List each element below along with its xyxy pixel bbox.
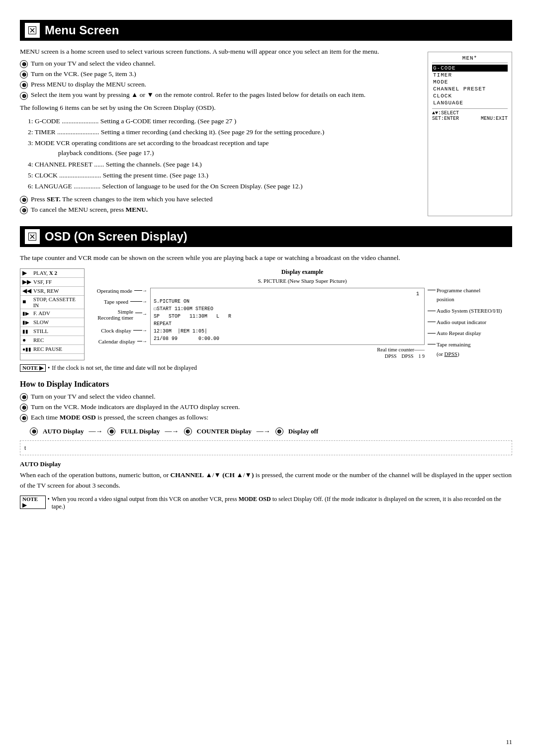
- menu-box-title: MEN*: [432, 55, 508, 63]
- ann-operating: Operatinq mode →: [92, 286, 147, 296]
- menu-content: MENU screen is a home screen used to sel…: [20, 47, 512, 216]
- dashed-box: t: [20, 440, 512, 455]
- menu-section: Menu Screen MENU screen is a home screen…: [20, 20, 512, 216]
- ind-vsr: ◀◀ VSR, REW: [20, 287, 84, 296]
- ann-tape-remaining: Tape remaining(or DPSS): [428, 340, 512, 358]
- screen-line-1: 1: [154, 290, 421, 298]
- rec-icon: ●: [22, 336, 33, 344]
- note-2-label: NOTE ▶: [20, 496, 46, 509]
- exit-label: MENU:EXIT: [481, 116, 508, 121]
- how-step-2: ❷ Turn on the VCR. Mode indicators are d…: [20, 403, 512, 412]
- menu-step-5: ❺ Press SET. The screen changes to the i…: [20, 195, 418, 204]
- right-annotations: Programme channelposition Audio System (…: [428, 286, 512, 361]
- display-flow: ❶ AUTO Display —→ ❷ FULL Display —→ ❸ CO…: [30, 427, 512, 435]
- menu-box-clock: CLOCK: [432, 92, 508, 99]
- step-text-6: To cancel the MENU screen, press MENU.: [31, 206, 148, 214]
- menu-step-4: ❹ Select the item you want by pressing ▲…: [20, 91, 418, 100]
- menu-box-mode: MODE: [432, 79, 508, 85]
- ann-audio-system: Audio System (STEREO/I/II): [428, 306, 512, 316]
- note-2-row: NOTE ▶ • When you record a video signal …: [20, 496, 512, 511]
- ann-tape-speed: Tape speed →: [92, 297, 147, 307]
- note-2-text: When you record a video signal output fr…: [52, 496, 512, 510]
- dpss-row: DPSS DPSS 1 9: [150, 353, 425, 359]
- real-time-counter-label: Real time counter——: [150, 347, 425, 352]
- how-step-3: ❸ Each time MODE OSD is pressed, the scr…: [20, 414, 512, 422]
- left-annotations: Operatinq mode → Tape speed → Simple Rec…: [92, 286, 147, 346]
- osd-note: The following 6 items can be set by usin…: [20, 103, 418, 113]
- ind-rec-pause: ●▮▮ REC PAUSE: [20, 345, 84, 354]
- ind-fadv: ▮▶ F. ADV: [20, 309, 84, 318]
- indicators-panel: ▶ PLAY, X 2 ▶▶ VSF, FF ◀◀ VSR, REW ■ STO…: [20, 268, 85, 361]
- flow-num-4: ❹: [275, 427, 283, 435]
- step-num-2: ❷: [20, 71, 28, 79]
- ind-still: ▮▮ STILL: [20, 327, 84, 336]
- page-number: 11: [506, 738, 512, 746]
- menu-box-footer: ▲▼:SELECT: [432, 108, 508, 116]
- item-3: 3: MODE VCR operating conditions are set…: [28, 138, 418, 159]
- slow-label: SLOW: [33, 319, 49, 325]
- menu-section-title: Menu Screen: [45, 23, 119, 37]
- flow-counter: COUNTER Display: [197, 427, 252, 435]
- menu-box-timer: TIMER: [432, 72, 508, 79]
- screen-line-2: S.PICTURE ON: [154, 298, 421, 305]
- osd-section: OSD (On Screen Display) The tape counter…: [20, 226, 512, 511]
- osd-intro: The tape counter and VCR mode can be sho…: [20, 253, 512, 263]
- step-text-3: Press MENU to display the MENU screen.: [31, 81, 146, 88]
- flow-arrow-1: —→: [89, 427, 102, 435]
- how-step-text-3: Each time MODE OSD is pressed, the scree…: [31, 414, 208, 421]
- annotation-diagram: Operatinq mode → Tape speed → Simple Rec…: [92, 286, 512, 361]
- ann-auto-repeat: Auto Repeat display: [428, 329, 512, 338]
- flow-auto: AUTO Display: [43, 427, 84, 435]
- screen-display-box: 1 S.PICTURE ON ☐START 11:00M STEREO SP S…: [150, 288, 425, 345]
- dashed-box-content: t: [24, 444, 26, 452]
- item-4: 4: CHANNEL PRESET ...... Setting the cha…: [28, 160, 418, 169]
- step-num-1: ❶: [20, 60, 28, 68]
- ann-audio-output: Audio output indicator: [428, 318, 512, 327]
- osd-section-title: OSD (On Screen Display): [45, 230, 187, 244]
- how-to-section: How to Display Indicators ❶ Turn on your…: [20, 380, 512, 511]
- how-to-title: How to Display Indicators: [20, 380, 512, 389]
- ind-stop: ■ STOP, CASSETTE IN: [20, 296, 84, 309]
- osd-diagram: ▶ PLAY, X 2 ▶▶ VSF, FF ◀◀ VSR, REW ■ STO…: [20, 268, 512, 361]
- ff-icon: ▶▶: [22, 278, 33, 286]
- ann-calendar: Calendar display →: [92, 336, 147, 346]
- stop-label: STOP, CASSETTE IN: [33, 296, 82, 308]
- osd-note-text: If the clock is not set, the time and da…: [52, 364, 197, 372]
- flow-arrow-3: —→: [257, 427, 270, 435]
- how-step-num-2: ❷: [20, 404, 28, 412]
- menu-box-language: LANGUAGE: [432, 99, 508, 106]
- display-example-title: Display example: [92, 268, 512, 276]
- fadv-label: F. ADV: [33, 310, 50, 316]
- step-num-5: ❺: [20, 196, 28, 204]
- slow-icon: ▮▶: [22, 320, 33, 325]
- still-icon: ▮▮: [22, 329, 33, 334]
- menu-step-6: ❻ To cancel the MENU screen, press MENU.: [20, 206, 418, 214]
- osd-screen: 1 S.PICTURE ON ☐START 11:00M STEREO SP S…: [150, 286, 425, 359]
- step-num-3: ❸: [20, 81, 28, 89]
- pencil-icon: [27, 25, 38, 36]
- menu-screen-preview: MEN* G-CODE TIMER MODE CHANNEL PRESET CL…: [428, 52, 512, 216]
- how-step-num-1: ❶: [20, 393, 28, 401]
- flow-off: Display off: [288, 427, 318, 435]
- menu-icon-box: [25, 23, 40, 38]
- ind-play: ▶ PLAY, X 2: [20, 269, 84, 278]
- step-num-4: ❹: [20, 92, 28, 100]
- menu-text-block: MENU screen is a home screen used to sel…: [20, 47, 418, 216]
- menu-box-channel: CHANNEL PRESET: [432, 85, 508, 92]
- fadv-icon: ▮▶: [22, 311, 33, 316]
- menu-step-3: ❸ Press MENU to display the MENU screen.: [20, 81, 418, 89]
- screen-line-6: 21/08 99 0:00.00: [154, 335, 421, 342]
- vsf-label: VSF, FF: [33, 279, 52, 285]
- note-label: NOTE ▶: [20, 364, 46, 372]
- osd-section-header: OSD (On Screen Display): [20, 226, 512, 247]
- ann-simple: Simple Recording timer →: [92, 308, 147, 325]
- ann-clock: Clock display →: [92, 326, 147, 336]
- select-label: ▲▼:SELECT: [432, 110, 459, 116]
- play-icon: ▶: [22, 269, 33, 277]
- osd-icon-box: [25, 229, 40, 244]
- ann-prog-channel: Programme channelposition: [428, 286, 512, 304]
- screen-line-4: SP STOP 11:30M L R: [154, 313, 421, 320]
- screen-line-3: ☐START 11:00M STEREO: [154, 305, 421, 313]
- item-1: 1: G-CODE ...................... Setting…: [28, 116, 418, 126]
- dpss-label-2: DPSS: [402, 353, 414, 359]
